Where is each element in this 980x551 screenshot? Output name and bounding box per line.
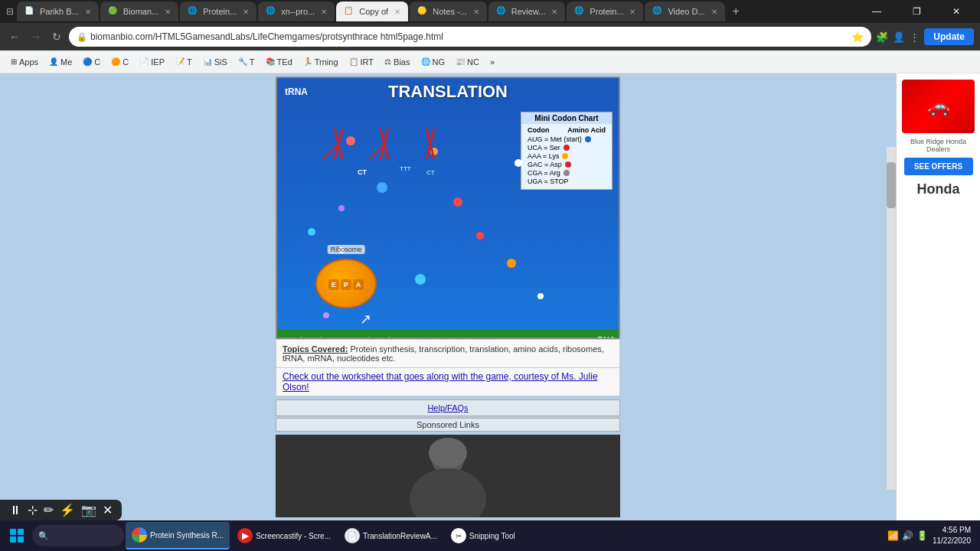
tab-bioman...[interactable]: 🟢Bioman...✕ — [100, 2, 178, 21]
tab-notes-...[interactable]: 🟡Notes -...✕ — [410, 2, 487, 21]
bookmark-c[interactable]: 🔵C — [78, 56, 105, 68]
mrna-label: mRNA — [590, 335, 616, 339]
title-bar: ⊟ 📄Parikh B...✕🟢Bioman...✕🌐Protein...✕🌐x… — [0, 0, 980, 23]
game-title: TRANSLATION — [388, 82, 508, 102]
topics-label[interactable]: Topics Covered: — [283, 344, 348, 354]
close-button[interactable]: ✕ — [939, 0, 974, 23]
taskbar-chrome-button[interactable]: Protein Synthesis R... — [126, 522, 230, 549]
taskbar-chrome-label: Protein Synthesis R... — [150, 531, 224, 540]
tab-videod...[interactable]: 🌐Video D...✕ — [645, 2, 724, 21]
orb-7 — [308, 228, 315, 236]
minimize-button[interactable]: — — [859, 0, 894, 23]
taskbar-translation-label: TranslationReviewA... — [363, 532, 437, 540]
new-tab-button[interactable]: + — [727, 5, 746, 18]
ribosome-body: E P A — [315, 259, 377, 308]
amino-header: Amino Acid — [567, 126, 606, 134]
tab-review...[interactable]: 🌐Review...✕ — [488, 2, 566, 21]
pause-button[interactable]: ⏸ — [9, 504, 21, 517]
address-bar: ← → ↻ 🔒 biomanbio.com/HTML5GamesandLabs/… — [0, 23, 980, 51]
bookmark-irt[interactable]: 📋IRT — [345, 56, 379, 68]
ad-image: 🚗 — [902, 80, 975, 133]
taskbar-search[interactable]: 🔍 — [32, 525, 124, 546]
address-icons: 🧩 👤 ⋮ — [876, 31, 920, 43]
worksheet-section: Check out the worksheet that goes along … — [276, 368, 620, 396]
game-container[interactable]: tRNA TRANSLATION Mini Codon Chart Codon … — [276, 77, 620, 339]
game-header: tRNA TRANSLATION — [277, 78, 619, 106]
tab-copyof[interactable]: 📋Copy of✕ — [336, 2, 408, 21]
game-area[interactable]: Mini Codon Chart Codon Amino Acid AUG = … — [277, 106, 619, 339]
close-tool[interactable]: ✕ — [103, 503, 113, 517]
taskbar-translation-button[interactable]: 📄 TranslationReviewA... — [338, 522, 443, 549]
help-bar[interactable]: Help/FAQs — [276, 399, 620, 416]
taskbar-snipping-button[interactable]: ✂ Snipping Tool — [445, 522, 521, 549]
see-offers-button[interactable]: SEE OFFERS — [904, 158, 973, 175]
orb-10 — [415, 274, 426, 285]
tab-protein...[interactable]: 🌐Protein...✕ — [180, 2, 256, 21]
recording-toolbar: ⏸ ⊹ ✏ ⚡ 📷 ✕ — [0, 500, 122, 520]
codon-row-6: UGA = STOP — [528, 178, 606, 185]
worksheet-link[interactable]: Check out the worksheet that goes along … — [283, 371, 598, 393]
svg-rect-22 — [10, 536, 16, 543]
codon-row-3: AAA = Lys — [528, 152, 606, 160]
forward-button[interactable]: → — [28, 29, 44, 44]
bookmark-nc[interactable]: 📰NC — [451, 56, 484, 68]
ribosome-label: Ribosome — [328, 245, 365, 254]
refresh-button[interactable]: ↻ — [49, 29, 64, 44]
bookmark-c[interactable]: 🟠C — [106, 56, 133, 68]
bookmark-apps[interactable]: ⊞Apps — [6, 56, 43, 68]
highlight-tool[interactable]: ⚡ — [60, 503, 75, 517]
mrna-bar: AUG |CAU| UCAAAAA |ACC| AAAAA |ACC|AU|CA… — [277, 329, 619, 339]
svg-text:CT: CT — [358, 168, 367, 176]
orb-13 — [323, 312, 329, 318]
tab-protein...[interactable]: 🌐Protein...✕ — [567, 2, 643, 21]
cursor-indicator: ↗ — [360, 311, 371, 328]
scroll-thumb[interactable] — [887, 162, 896, 208]
menu-icon[interactable]: ⋮ — [910, 31, 920, 43]
bookmark-trning[interactable]: 🏃Trning — [299, 56, 343, 68]
screencastify-icon: ▶ — [237, 528, 253, 543]
bookmark-t[interactable]: 🔧T — [234, 56, 260, 68]
main-content: tRNA TRANSLATION Mini Codon Chart Codon … — [0, 73, 980, 520]
svg-rect-23 — [18, 536, 24, 543]
date: 11/22/2020 — [933, 536, 971, 546]
taskbar-screencastify-button[interactable]: ▶ Screencastify - Scre... — [231, 522, 337, 549]
bookmark-ng[interactable]: 🌐NG — [416, 56, 450, 68]
more-bookmarks[interactable]: » — [485, 56, 499, 68]
bookmark-sis[interactable]: 📊SiS — [198, 56, 232, 68]
bookmark-iep[interactable]: 📄IEP — [135, 56, 169, 68]
volume-icon: 🔊 — [902, 530, 913, 541]
orb-11 — [537, 293, 544, 299]
cursor-tool[interactable]: ⊹ — [28, 503, 38, 517]
bookmarks-bar: ⊞Apps👤Me🔵C🟠C📄IEP📝T📊SiS🔧T📚TEd🏃Trning📋IRT⚖… — [0, 51, 980, 73]
back-button[interactable]: ← — [6, 29, 23, 44]
scrollbar[interactable] — [887, 147, 896, 490]
slot-a: A — [353, 279, 364, 290]
honda-brand: Honda — [917, 181, 960, 197]
video-thumbnail[interactable] — [276, 435, 620, 517]
sponsored-bar: Sponsored Links — [276, 418, 620, 432]
update-button[interactable]: Update — [924, 28, 974, 45]
tab-parikhb...[interactable]: 📄Parikh B...✕ — [17, 2, 99, 21]
profile-icon[interactable]: 👤 — [893, 31, 905, 43]
orb-6 — [453, 197, 462, 207]
bookmark-me[interactable]: 👤Me — [44, 56, 77, 68]
bookmark-bias[interactable]: ⚖Bias — [380, 56, 414, 68]
svg-rect-20 — [10, 529, 16, 535]
bookmark-t[interactable]: 📝T — [171, 56, 197, 68]
start-button[interactable] — [3, 522, 31, 549]
trna-molecules: CT TTT CT — [319, 121, 472, 197]
codon-dot-4 — [565, 161, 571, 168]
clock: 4:56 PM 11/22/2020 — [933, 525, 971, 546]
camera-tool[interactable]: 📷 — [81, 503, 96, 517]
mrna-sequence: AUG |CAU| UCAAAAA |ACC| AAAAA |ACC|AU|CA… — [280, 336, 529, 339]
ribosome-slots: E P A — [328, 279, 364, 290]
extensions-icon[interactable]: 🧩 — [876, 31, 888, 43]
dealer-text: Blue Ridge Honda Dealers — [903, 138, 974, 153]
taskbar-right: 📶 🔊 🔋 4:56 PM 11/22/2020 — [887, 525, 977, 546]
tab-xn--pro...[interactable]: 🌐xn--pro...✕ — [258, 2, 335, 21]
url-bar[interactable]: 🔒 biomanbio.com/HTML5GamesandLabs/LifeCh… — [69, 27, 871, 47]
bookmark-ted[interactable]: 📚TEd — [261, 56, 297, 68]
title-bar-left: ⊟ — [6, 6, 14, 17]
restore-button[interactable]: ❐ — [899, 0, 934, 23]
pen-tool[interactable]: ✏ — [44, 503, 54, 517]
